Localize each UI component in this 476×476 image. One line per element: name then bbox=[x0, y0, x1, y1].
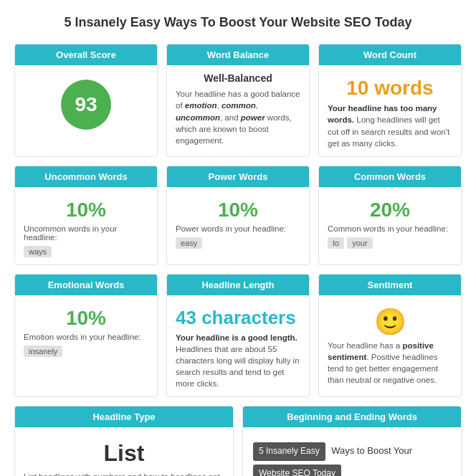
bew-body: 5 Insanely Easy Ways to Boost Your Websi… bbox=[243, 427, 461, 476]
sentiment-emoji: 🙂 bbox=[328, 307, 452, 337]
headline-length-value: 43 characters bbox=[176, 307, 300, 329]
headline-length-body: 43 characters Your headline is a good le… bbox=[167, 295, 309, 396]
word-balance-header: Word Balance bbox=[167, 44, 309, 65]
uncommon-words-tags: ways bbox=[24, 244, 148, 257]
common-words-label: Common words in your headline: bbox=[328, 224, 452, 233]
word-count-body: 10 words Your headline has too many word… bbox=[319, 65, 461, 156]
row-1: Overall Score 93 Word Balance Well-Balan… bbox=[14, 44, 462, 156]
sentiment-bold: positive sentiment bbox=[328, 341, 434, 361]
bew-middle-text: Ways to Boost Your bbox=[331, 445, 412, 456]
power-words-pct: 10% bbox=[176, 199, 300, 222]
emotional-words-tags: insanely bbox=[24, 344, 148, 357]
headline-length-bold: Your headline is a good length. bbox=[176, 333, 298, 342]
row-2: Uncommon Words 10% Uncommon words in you… bbox=[14, 166, 462, 265]
power-words-label: Power words in your headline: bbox=[176, 224, 300, 233]
row-4: Headline Type List List headlines with n… bbox=[14, 406, 462, 476]
card-power-words: Power Words 10% Power words in your head… bbox=[166, 166, 310, 265]
card-uncommon-words: Uncommon Words 10% Uncommon words in you… bbox=[14, 166, 158, 265]
emotional-words-label: Emotion words in your headline: bbox=[24, 333, 148, 341]
common-tag-to: to bbox=[328, 237, 344, 249]
word-balance-subtitle: Well-Balanced bbox=[176, 72, 300, 84]
score-circle: 93 bbox=[61, 80, 111, 130]
card-overall-score: Overall Score 93 bbox=[14, 44, 158, 156]
bew-ending-tag: Website SEO Today bbox=[253, 465, 341, 476]
headline-type-header: Headline Type bbox=[15, 406, 233, 427]
headline-length-header: Headline Length bbox=[167, 275, 309, 295]
sentiment-text: Your headline has a positive sentiment. … bbox=[328, 340, 452, 386]
headline-length-text: Your headline is a good length. Headline… bbox=[176, 332, 300, 389]
uncommon-words-header: Uncommon Words bbox=[15, 166, 157, 187]
uncommon-words-label: Uncommon words in your headline: bbox=[24, 224, 148, 242]
emotional-words-pct: 10% bbox=[24, 307, 148, 330]
emotional-tag-insanely: insanely bbox=[24, 346, 62, 357]
overall-score-body: 93 bbox=[15, 65, 157, 144]
card-sentiment: Sentiment 🙂 Your headline has a positive… bbox=[318, 274, 462, 397]
card-beginning-ending-words: Beginning and Ending Words 5 Insanely Ea… bbox=[242, 406, 462, 476]
common-words-tags: to your bbox=[328, 236, 452, 249]
word-balance-text: Your headline has a good balance of emot… bbox=[176, 88, 300, 146]
card-word-balance: Word Balance Well-Balanced Your headline… bbox=[166, 44, 310, 156]
card-emotional-words: Emotional Words 10% Emotion words in you… bbox=[14, 274, 158, 397]
word-count-value: 10 words bbox=[328, 77, 452, 100]
headline-type-text: List headlines with numbers and how-to h… bbox=[24, 471, 224, 476]
common-tag-your: your bbox=[347, 237, 372, 249]
word-count-header: Word Count bbox=[319, 44, 461, 65]
row-3: Emotional Words 10% Emotion words in you… bbox=[14, 274, 462, 397]
uncommon-tag-ways: ways bbox=[24, 246, 52, 257]
emotional-words-body: 10% Emotion words in your headline: insa… bbox=[15, 295, 157, 364]
sentiment-header: Sentiment bbox=[319, 275, 461, 295]
headline-length-detail: Headlines that are about 55 characters l… bbox=[176, 345, 300, 388]
overall-score-header: Overall Score bbox=[15, 44, 157, 65]
word-count-warning: Your headline has too many words. Long h… bbox=[328, 103, 452, 148]
uncommon-words-body: 10% Uncommon words in your headline: way… bbox=[15, 187, 157, 265]
bew-beginning-tag: 5 Insanely Easy bbox=[253, 442, 325, 461]
emotional-words-header: Emotional Words bbox=[15, 275, 157, 295]
card-headline-type: Headline Type List List headlines with n… bbox=[14, 406, 234, 476]
power-tag-easy: easy bbox=[176, 237, 202, 249]
power-words-header: Power Words bbox=[167, 166, 309, 187]
common-words-pct: 20% bbox=[328, 199, 452, 222]
common-words-body: 20% Common words in your headline: to yo… bbox=[319, 187, 461, 256]
card-common-words: Common Words 20% Common words in your he… bbox=[318, 166, 462, 265]
bew-header: Beginning and Ending Words bbox=[243, 406, 461, 427]
card-word-count: Word Count 10 words Your headline has to… bbox=[318, 44, 462, 156]
common-words-header: Common Words bbox=[319, 166, 461, 187]
headline-type-body: List List headlines with numbers and how… bbox=[15, 427, 233, 476]
headline-type-value: List bbox=[24, 440, 224, 467]
word-balance-body: Well-Balanced Your headline has a good b… bbox=[167, 65, 309, 153]
uncommon-words-pct: 10% bbox=[24, 199, 148, 222]
bew-tags-row: 5 Insanely Easy Ways to Boost Your Websi… bbox=[252, 440, 452, 476]
sentiment-body: 🙂 Your headline has a positive sentiment… bbox=[319, 295, 461, 393]
card-headline-length: Headline Length 43 characters Your headl… bbox=[166, 274, 310, 397]
power-words-body: 10% Power words in your headline: easy bbox=[167, 187, 309, 256]
page-title: 5 Insanely Easy Ways To Boost Your Websi… bbox=[14, 14, 462, 31]
power-words-tags: easy bbox=[176, 236, 300, 249]
